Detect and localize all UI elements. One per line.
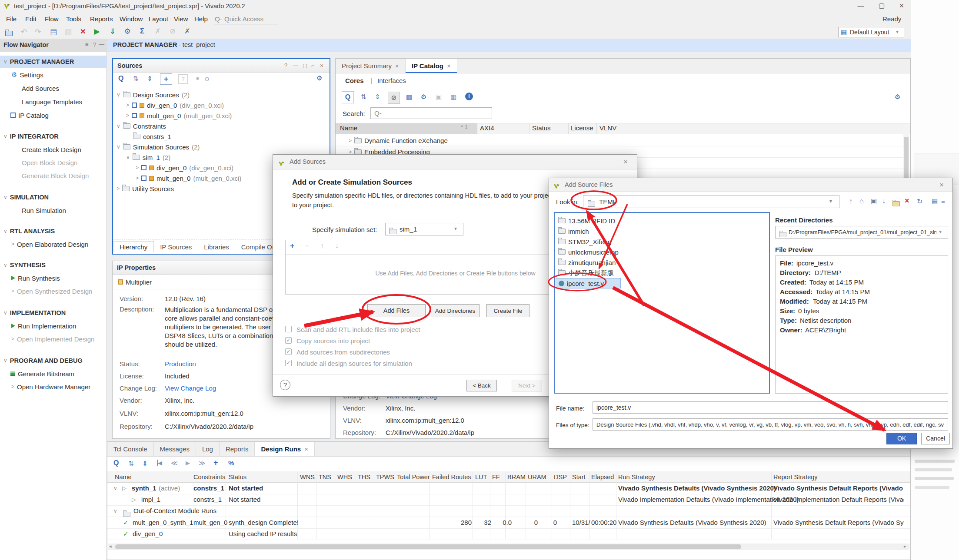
tab-close-icon[interactable]: × xyxy=(395,62,399,70)
step-icon[interactable]: ⇓ xyxy=(108,27,117,36)
col-whs[interactable]: WHS xyxy=(337,471,352,483)
search-icon[interactable]: Q xyxy=(342,91,354,103)
chevron-right-icon[interactable]: > xyxy=(349,138,352,144)
subtab-cores[interactable]: Cores xyxy=(345,77,364,84)
run-row-ooc-group[interactable]: ∨ Out-of-Context Module Runs xyxy=(107,505,910,517)
tab-ip-sources[interactable]: IP Sources xyxy=(154,242,198,252)
search-icon[interactable]: Q xyxy=(113,459,119,467)
col-run-strategy[interactable]: Run Strategy xyxy=(618,471,655,483)
collapse-all-icon[interactable]: ⇅ xyxy=(133,75,139,83)
tree-row-constraints[interactable]: ∨ Constraints xyxy=(113,121,331,131)
col-ths[interactable]: THS xyxy=(358,471,370,483)
tab-close-icon[interactable]: × xyxy=(304,445,308,453)
flow-item-run-synthesis[interactable]: Run Synthesis xyxy=(0,273,118,283)
save-icon[interactable]: ▤ xyxy=(49,27,58,36)
sim-set-select[interactable]: sim_1 ▾ xyxy=(385,223,463,235)
copy-sources-checkbox[interactable]: ✓ xyxy=(285,337,292,344)
menu-view[interactable]: View xyxy=(174,15,188,23)
scrollbar-thumb[interactable] xyxy=(115,544,741,549)
cancel-button[interactable]: Cancel xyxy=(921,433,950,444)
minimize-button[interactable]: — xyxy=(852,2,869,9)
add-sources-titlebar[interactable]: Add Sources × xyxy=(273,155,637,169)
create-run-icon[interactable]: + xyxy=(213,458,218,467)
chevron-down-icon[interactable]: ∨ xyxy=(117,144,120,150)
file-row[interactable]: immich xyxy=(555,226,771,236)
customize-ip-icon[interactable]: ⚙ xyxy=(421,93,426,101)
look-in-select[interactable]: TEMP ▾ xyxy=(583,195,839,208)
paste-icon[interactable]: ▥ xyxy=(63,27,73,36)
panel-minimize-icon[interactable]: — xyxy=(293,59,298,72)
col-lut[interactable]: LUT xyxy=(475,471,487,483)
tree-row-div-gen[interactable]: > div_gen_0 (div_gen_0.xci) xyxy=(113,100,341,110)
tab-messages[interactable]: Messages xyxy=(154,442,196,456)
col-tpws[interactable]: TPWS xyxy=(376,471,394,483)
percent-icon[interactable]: % xyxy=(228,459,234,467)
menu-flow[interactable]: Flow xyxy=(45,15,59,23)
flow-item-open-elaborated-design[interactable]: > Open Elaborated Design xyxy=(0,239,118,249)
collapse-all-icon[interactable]: ⇅ xyxy=(128,460,134,467)
subtab-interfaces[interactable]: Interfaces xyxy=(377,77,406,84)
run-row-div-gen[interactable]: ✓ div_gen_0 Using cached IP results xyxy=(107,528,910,540)
chevron-down-icon[interactable]: ∨ xyxy=(113,483,117,494)
ip-search-input[interactable]: Q- xyxy=(370,107,492,119)
col-total-power[interactable]: Total Power xyxy=(397,471,430,483)
flow-section-program-and-debug[interactable]: ∨ PROGRAM AND DEBUG xyxy=(0,355,110,366)
fast-forward-icon[interactable]: ≫ xyxy=(199,459,206,467)
quick-access-input[interactable]: Q· Quick Access xyxy=(214,14,278,24)
flow-section-ip-integrator[interactable]: ∨ IP INTEGRATOR xyxy=(0,131,110,142)
file-row-selected[interactable]: ipcore_test.v xyxy=(556,278,621,288)
refresh-icon[interactable]: ↻ xyxy=(917,197,922,205)
settings-toolbar-icon[interactable]: ⚙ xyxy=(123,27,132,36)
col-constraints[interactable]: Constraints xyxy=(193,471,225,483)
column-license[interactable]: License xyxy=(571,124,593,132)
redo-icon[interactable]: ↷ xyxy=(33,27,43,36)
col-dsp[interactable]: DSP xyxy=(554,471,567,483)
chevron-right-icon[interactable]: > xyxy=(126,102,129,108)
unlink-icon[interactable]: ✗ xyxy=(183,27,192,35)
chevron-right-icon[interactable]: > xyxy=(117,186,120,192)
add-files-button[interactable]: Add Files xyxy=(367,304,426,317)
col-name[interactable]: Name xyxy=(115,471,132,483)
horizontal-scrollbar[interactable]: ◂ ▸ xyxy=(108,543,909,550)
column-axi4[interactable]: AXI4 xyxy=(480,124,494,132)
menu-tools[interactable]: Tools xyxy=(66,15,81,23)
step-back-icon[interactable]: ≪ xyxy=(171,459,178,467)
dialog-close-icon[interactable]: × xyxy=(939,178,944,192)
panel-help-icon[interactable]: ? xyxy=(284,59,287,72)
panel-float-icon[interactable]: ⌐ xyxy=(311,59,314,72)
tab-hierarchy[interactable]: Hierarchy xyxy=(113,241,154,252)
column-status[interactable]: Status xyxy=(532,124,551,132)
flow-section-rtl-analysis[interactable]: ∨ RTL ANALYSIS xyxy=(0,226,110,236)
add-directories-button[interactable]: Add Directories xyxy=(431,304,479,317)
run-icon[interactable]: ▶ xyxy=(186,460,190,466)
chevron-right-icon[interactable]: > xyxy=(136,165,139,171)
help-icon[interactable]: ? xyxy=(280,380,290,390)
chevron-down-icon[interactable]: ∨ xyxy=(113,505,117,517)
flow-minimize-icon[interactable]: — xyxy=(99,41,104,47)
download-icon[interactable]: ↓ xyxy=(882,197,886,205)
run-row-impl1[interactable]: ▷ impl_1 constrs_1 Not started Vivado Im… xyxy=(107,494,910,506)
go-first-icon[interactable]: ◀ xyxy=(157,460,162,466)
menu-file[interactable]: File xyxy=(6,15,17,23)
tab-ip-catalog[interactable]: IP Catalog × xyxy=(406,59,457,73)
col-failed-routes[interactable]: Failed Routes xyxy=(432,471,471,483)
flow-item-open-implemented-design[interactable]: > Open Implemented Design xyxy=(0,334,118,344)
col-tns[interactable]: TNS xyxy=(319,471,331,483)
files-of-type-select[interactable]: Design Source Files (.vhd, vhdl, vhf, vh… xyxy=(593,418,948,431)
chevron-down-icon[interactable]: ∨ xyxy=(117,123,120,129)
tree-row-simulation-sources[interactable]: ∨ Simulation Sources (2) xyxy=(113,142,331,152)
run-row-mult-gen-synth[interactable]: ✓ mult_gen_0_synth_1 mult_gen_0 synth_de… xyxy=(107,517,910,529)
col-ff[interactable]: FF xyxy=(492,471,500,483)
ok-button[interactable]: OK xyxy=(886,433,917,444)
flow-section-simulation[interactable]: ∨ SIMULATION xyxy=(0,192,110,202)
gear-icon[interactable]: ⚙ xyxy=(895,93,900,101)
run-row-synth1[interactable]: ∨ ▷ synth_1 (active) constrs_1 Not start… xyxy=(107,483,910,494)
panel-close-icon[interactable]: × xyxy=(320,59,323,72)
dialog-close-icon[interactable]: × xyxy=(623,155,628,169)
home-icon[interactable]: ⌂ xyxy=(859,197,864,205)
tab-tcl-console[interactable]: Tcl Console xyxy=(107,442,154,456)
file-name-input[interactable]: ipcore_test.v xyxy=(593,401,948,414)
col-uram[interactable]: URAM xyxy=(528,471,546,483)
undo-icon[interactable]: ↶ xyxy=(19,27,29,36)
tab-design-runs[interactable]: Design Runs × xyxy=(255,442,314,456)
